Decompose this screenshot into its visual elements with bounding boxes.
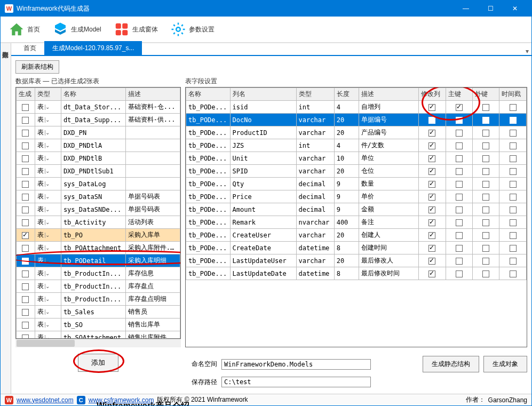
- add-button[interactable]: 添加: [78, 354, 118, 372]
- table-row[interactable]: tb_PODe...JZSint4件/支数: [186, 139, 527, 152]
- checkbox[interactable]: [22, 168, 29, 175]
- checkbox[interactable]: [428, 219, 435, 226]
- table-row[interactable]: tb_PODe...LastUpdateUservarchar20最后修改人: [186, 254, 527, 267]
- checkbox[interactable]: [510, 245, 517, 252]
- maximize-button[interactable]: ☐: [478, 1, 503, 17]
- table-row[interactable]: 表tb_POAttachment采购入库附件...: [17, 242, 180, 254]
- chevron-down-icon[interactable]: [45, 258, 50, 264]
- col-fpk[interactable]: 主键: [446, 88, 472, 101]
- checkbox[interactable]: [482, 232, 489, 239]
- ns-input[interactable]: [221, 359, 371, 370]
- checkbox[interactable]: [482, 104, 489, 111]
- checkbox[interactable]: [510, 168, 517, 175]
- chevron-down-icon[interactable]: [45, 271, 50, 276]
- col-fname[interactable]: 名称: [186, 88, 231, 101]
- table-row[interactable]: tb_PODe...Pricedecimal9单价: [186, 190, 527, 203]
- table-row[interactable]: 表tb_SO销售出库单: [17, 319, 180, 331]
- table-row[interactable]: tb_PODe...ProductIDvarchar20产品编号: [186, 126, 527, 139]
- checkbox[interactable]: [456, 219, 463, 226]
- checkbox[interactable]: [22, 245, 29, 252]
- checkbox[interactable]: [456, 181, 463, 188]
- checkbox[interactable]: [22, 309, 29, 316]
- table-row[interactable]: 表sys_DataSN单据号码表: [17, 190, 180, 203]
- h-scrollbar[interactable]: [15, 339, 181, 347]
- checkbox[interactable]: [456, 142, 463, 149]
- table-row[interactable]: 表dt_Data_Stor...基础资料-仓...: [17, 101, 180, 114]
- col-ftype[interactable]: 类型: [296, 88, 334, 101]
- checkbox[interactable]: [428, 168, 435, 175]
- home-button[interactable]: 首页: [4, 19, 44, 40]
- minimize-button[interactable]: —: [454, 1, 478, 17]
- gen-model-button[interactable]: 生成Model: [47, 19, 106, 40]
- gen-form-button[interactable]: 生成窗体: [109, 19, 162, 40]
- table-row[interactable]: tb_PODe...Qtydecimal9数量: [186, 178, 527, 190]
- checkbox[interactable]: [456, 232, 463, 239]
- table-row[interactable]: 表DXD_PNDtlSub1: [17, 165, 180, 178]
- fields-grid[interactable]: 名称 列名 类型 长度 描述 修改列 主键 外键 时间戳: [185, 87, 527, 347]
- checkbox[interactable]: [482, 155, 489, 162]
- col-gen[interactable]: 生成: [17, 88, 35, 101]
- chevron-down-icon[interactable]: [45, 207, 50, 212]
- table-row[interactable]: 表DXD_PNDtlB: [17, 152, 180, 165]
- checkbox[interactable]: [482, 181, 489, 188]
- settings-button[interactable]: 参数设置: [165, 19, 219, 40]
- checkbox[interactable]: [510, 232, 517, 239]
- checkbox[interactable]: [428, 181, 435, 188]
- checkbox[interactable]: [510, 155, 517, 162]
- checkbox[interactable]: [482, 130, 489, 137]
- checkbox[interactable]: [22, 181, 29, 188]
- chevron-down-icon[interactable]: [45, 297, 50, 302]
- checkbox[interactable]: [456, 117, 463, 124]
- chevron-down-icon[interactable]: [45, 284, 50, 289]
- chevron-down-icon[interactable]: [45, 309, 50, 315]
- checkbox[interactable]: [22, 335, 29, 339]
- table-row[interactable]: tb_PODe...CreateUservarchar20创建人: [186, 229, 527, 242]
- checkbox[interactable]: [428, 155, 435, 162]
- site1-link[interactable]: www.yesdotnet.com: [17, 396, 74, 404]
- checkbox[interactable]: [22, 155, 29, 162]
- checkbox[interactable]: [510, 130, 517, 137]
- checkbox[interactable]: [22, 194, 29, 201]
- table-row[interactable]: 表tb_Sales销售员: [17, 306, 180, 319]
- checkbox[interactable]: [482, 194, 489, 201]
- path-input[interactable]: [221, 377, 371, 387]
- col-fts[interactable]: 时间戳: [499, 88, 527, 101]
- chevron-down-icon[interactable]: [45, 143, 50, 148]
- tabs-dropdown-icon[interactable]: ▾: [523, 47, 531, 55]
- checkbox[interactable]: [456, 168, 463, 175]
- checkbox[interactable]: [428, 258, 435, 265]
- table-row[interactable]: 表tb_PO采购入库单: [17, 229, 180, 242]
- side-tab-dblist[interactable]: 数据库列表: [1, 43, 11, 394]
- checkbox[interactable]: [456, 130, 463, 137]
- checkbox[interactable]: [456, 104, 463, 111]
- checkbox[interactable]: [22, 270, 29, 277]
- checkbox[interactable]: [456, 206, 463, 213]
- checkbox[interactable]: [510, 194, 517, 201]
- checkbox[interactable]: [456, 258, 463, 265]
- chevron-down-icon[interactable]: [45, 233, 50, 238]
- checkbox[interactable]: [482, 206, 489, 213]
- checkbox[interactable]: [510, 270, 517, 277]
- checkbox[interactable]: [456, 194, 463, 201]
- table-row[interactable]: tb_PODe...SPIDvarchar20仓位: [186, 165, 527, 178]
- checkbox[interactable]: [456, 270, 463, 277]
- checkbox[interactable]: [428, 130, 435, 137]
- chevron-down-icon[interactable]: [45, 194, 50, 200]
- table-row[interactable]: tb_PODe...Amountdecimal9金额: [186, 203, 527, 216]
- table-row[interactable]: tb_PODe...LastUpdateDatedatetime8最后修改时间: [186, 267, 527, 280]
- checkbox[interactable]: [428, 194, 435, 201]
- chevron-down-icon[interactable]: [45, 245, 50, 251]
- checkbox[interactable]: [428, 232, 435, 239]
- close-button[interactable]: ✕: [503, 1, 527, 17]
- checkbox[interactable]: [22, 322, 29, 329]
- table-row[interactable]: 表tb_SOAttachment销售出库附件...: [17, 331, 180, 339]
- checkbox[interactable]: [482, 142, 489, 149]
- chevron-down-icon[interactable]: [45, 322, 50, 328]
- checkbox[interactable]: [428, 270, 435, 277]
- checkbox[interactable]: [482, 245, 489, 252]
- table-row[interactable]: tb_PODe...Unitvarchar10单位: [186, 152, 527, 165]
- checkbox[interactable]: [22, 206, 29, 213]
- checkbox[interactable]: [22, 219, 29, 226]
- checkbox[interactable]: [22, 232, 29, 239]
- checkbox[interactable]: [510, 258, 517, 265]
